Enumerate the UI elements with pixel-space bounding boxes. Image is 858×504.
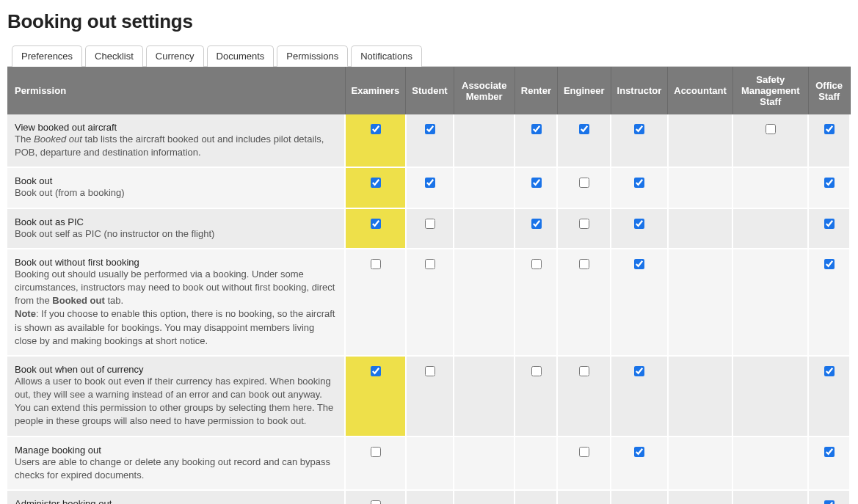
permission-checkbox[interactable] — [634, 447, 644, 457]
permission-checkbox-cell — [406, 114, 454, 167]
tab-checklist[interactable]: Checklist — [85, 45, 143, 67]
permission-checkbox-cell — [557, 167, 611, 208]
permission-checkbox-cell — [668, 356, 733, 437]
permission-checkbox-cell — [611, 490, 668, 504]
tab-currency[interactable]: Currency — [146, 45, 204, 67]
permission-cell: Book out without first bookingBooking ou… — [7, 249, 345, 356]
permission-checkbox[interactable] — [824, 124, 835, 134]
tab-documents[interactable]: Documents — [207, 45, 275, 67]
permission-description: Users are able to change or delete any b… — [15, 456, 330, 481]
permission-checkbox-cell — [668, 208, 733, 249]
permission-checkbox-cell — [454, 167, 515, 208]
permission-checkbox-cell — [808, 249, 850, 356]
permission-checkbox[interactable] — [425, 124, 435, 134]
permission-checkbox[interactable] — [371, 447, 381, 457]
permission-checkbox-cell — [732, 208, 808, 249]
permission-checkbox[interactable] — [531, 259, 542, 269]
permission-checkbox[interactable] — [531, 178, 542, 188]
table-row: Book outBook out (from a booking) — [7, 167, 850, 208]
column-header: Associate Member — [454, 67, 515, 114]
permission-title: Manage booking out — [15, 445, 338, 456]
permission-checkbox[interactable] — [824, 259, 835, 269]
tab-permissions[interactable]: Permissions — [277, 45, 348, 67]
permission-checkbox-cell — [557, 249, 611, 356]
tab-preferences[interactable]: Preferences — [12, 45, 82, 67]
permission-checkbox[interactable] — [371, 178, 381, 188]
permission-checkbox[interactable] — [425, 219, 435, 229]
permission-checkbox-cell — [406, 437, 454, 490]
permission-checkbox-cell — [668, 167, 733, 208]
permission-title: Book out — [15, 175, 338, 186]
permission-checkbox[interactable] — [371, 124, 381, 134]
permission-checkbox-cell — [345, 437, 406, 490]
table-row: Book out without first bookingBooking ou… — [7, 249, 850, 356]
permission-checkbox[interactable] — [824, 500, 835, 504]
permission-checkbox[interactable] — [371, 219, 381, 229]
permission-checkbox[interactable] — [579, 259, 589, 269]
column-header: Renter — [515, 67, 557, 114]
permission-checkbox[interactable] — [371, 366, 381, 376]
permission-cell: View booked out aircraftThe Booked out t… — [7, 114, 345, 167]
permission-checkbox-cell — [732, 167, 808, 208]
permission-checkbox-cell — [406, 208, 454, 249]
permission-checkbox-cell — [611, 114, 668, 167]
permission-checkbox-cell — [611, 249, 668, 356]
permission-checkbox[interactable] — [371, 500, 381, 504]
permission-checkbox-cell — [345, 167, 406, 208]
permission-checkbox-cell — [454, 356, 515, 437]
permission-checkbox-cell — [515, 249, 557, 356]
permission-description: Booking out should usually be performed … — [15, 269, 335, 346]
permission-checkbox-cell — [515, 356, 557, 437]
permissions-table: PermissionExaminersStudentAssociate Memb… — [7, 67, 851, 504]
permission-description: Book out self as PIC (no instructor on t… — [15, 228, 214, 239]
permission-cell: Book outBook out (from a booking) — [7, 167, 345, 208]
permission-checkbox[interactable] — [824, 219, 835, 229]
tab-notifications[interactable]: Notifications — [351, 45, 422, 67]
permission-checkbox[interactable] — [824, 447, 835, 457]
permission-checkbox[interactable] — [634, 259, 644, 269]
permission-checkbox[interactable] — [634, 219, 644, 229]
permission-checkbox-cell — [732, 356, 808, 437]
permission-checkbox-cell — [345, 490, 406, 504]
permission-checkbox[interactable] — [634, 124, 644, 134]
permission-checkbox[interactable] — [579, 366, 589, 376]
permission-title: Administer booking out — [15, 498, 338, 504]
permission-checkbox[interactable] — [824, 366, 835, 376]
permission-checkbox-cell — [557, 356, 611, 437]
permission-checkbox-cell — [454, 490, 515, 504]
permission-checkbox-cell — [611, 356, 668, 437]
permission-checkbox-cell — [668, 490, 733, 504]
table-row: Manage booking outUsers are able to chan… — [7, 437, 850, 490]
permission-checkbox[interactable] — [634, 178, 644, 188]
permission-checkbox[interactable] — [531, 366, 542, 376]
permission-checkbox[interactable] — [634, 366, 644, 376]
permission-checkbox-cell — [808, 114, 850, 167]
permission-checkbox[interactable] — [579, 447, 589, 457]
permission-checkbox[interactable] — [531, 219, 542, 229]
permission-checkbox-cell — [345, 114, 406, 167]
permission-checkbox[interactable] — [425, 259, 435, 269]
permission-checkbox-cell — [454, 249, 515, 356]
permission-checkbox[interactable] — [824, 178, 835, 188]
permission-checkbox-cell — [808, 356, 850, 437]
permission-checkbox-cell — [732, 490, 808, 504]
permission-checkbox[interactable] — [531, 124, 542, 134]
permission-checkbox[interactable] — [425, 366, 435, 376]
permission-checkbox-cell — [611, 167, 668, 208]
permission-checkbox-cell — [454, 437, 515, 490]
permission-checkbox[interactable] — [766, 124, 776, 134]
permission-checkbox[interactable] — [579, 178, 589, 188]
permission-title: View booked out aircraft — [15, 122, 338, 133]
permission-checkbox[interactable] — [425, 178, 435, 188]
permission-checkbox-cell — [406, 490, 454, 504]
table-row: Administer booking outAllows a user to a… — [7, 490, 850, 504]
permission-checkbox-cell — [808, 167, 850, 208]
permission-checkbox[interactable] — [371, 259, 381, 269]
permission-checkbox-cell — [454, 114, 515, 167]
permission-checkbox-cell — [808, 490, 850, 504]
permission-checkbox-cell — [668, 249, 733, 356]
permission-title: Book out when out of currency — [15, 364, 338, 375]
column-header: Accountant — [668, 67, 733, 114]
permission-checkbox[interactable] — [579, 124, 589, 134]
permission-checkbox[interactable] — [579, 219, 589, 229]
